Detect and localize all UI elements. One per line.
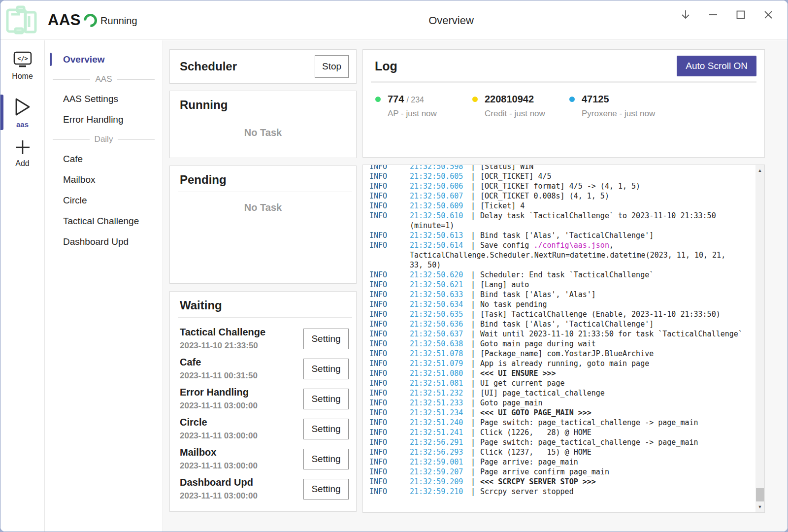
maximize-icon[interactable] xyxy=(735,9,746,20)
title-bar: AAS Running Overview xyxy=(0,0,788,40)
scheduler-card: Scheduler Stop xyxy=(169,49,357,84)
log-message: <<< SCRCPY SERVER STOP >>> xyxy=(480,477,596,487)
task-next-run: 2023-11-11 03:00:00 xyxy=(180,431,258,441)
log-level xyxy=(369,221,410,231)
log-line: INFO21:32:51.080|<<< UI ENSURE >>> xyxy=(369,368,764,378)
log-line: INFO21:32:50.598|[Status] WIN xyxy=(369,165,764,171)
log-separator: | xyxy=(465,280,480,290)
log-separator: | xyxy=(465,319,480,329)
stat-value-row: 774/ 234 xyxy=(388,94,472,105)
close-icon[interactable] xyxy=(763,9,774,20)
log-message: (minute=1) xyxy=(410,221,454,231)
menu-item-label: Cafe xyxy=(63,154,83,165)
task-setting-button-tactical-challenge[interactable]: Setting xyxy=(303,329,349,349)
log-line: INFO21:32:51.232|[UI] page_tactical_chal… xyxy=(369,388,764,398)
menu-item-overview[interactable]: Overview xyxy=(45,49,163,70)
menu-item-tactical-challenge[interactable]: Tactical Challenge xyxy=(45,211,163,232)
menu-item-cafe[interactable]: Cafe xyxy=(45,149,163,169)
log-message: Scheduler: End task `TacticalChallenge` xyxy=(480,270,654,280)
task-setting-button-dashboard-upd[interactable]: Setting xyxy=(303,479,349,499)
log-level: INFO xyxy=(369,437,410,447)
log-time: 21:32:56.293 xyxy=(410,447,465,457)
menu-list: OverviewAASAAS SettingsError HandlingDai… xyxy=(45,49,163,252)
stat-value: 220810942 xyxy=(485,94,534,104)
menu-item-mailbox[interactable]: Mailbox xyxy=(45,169,163,190)
log-level: INFO xyxy=(369,457,410,467)
log-line: INFO21:32:56.291|Page switch: page_tacti… xyxy=(369,437,764,447)
log-msg-seg: Save config xyxy=(480,241,533,250)
log-line: INFO21:32:59.207|Page arrive confirm pag… xyxy=(369,467,764,477)
log-scrollbar[interactable]: ▲ ▼ xyxy=(755,165,764,512)
menu-item-circle[interactable]: Circle xyxy=(45,190,163,211)
log-line: INFO21:32:51.079|App is already running,… xyxy=(369,359,764,368)
log-line: INFO21:32:50.620|Scheduler: End task `Ta… xyxy=(369,270,764,280)
log-level: INFO xyxy=(369,165,410,171)
task-setting-button-circle[interactable]: Setting xyxy=(303,419,349,439)
log-level: INFO xyxy=(369,329,410,339)
plus-icon xyxy=(15,139,31,155)
log-level: INFO xyxy=(369,299,410,309)
task-info: Tactical Challenge2023-11-10 21:33:50 xyxy=(180,327,265,351)
nav-aas[interactable]: aas xyxy=(0,98,44,129)
log-console: INFO21:32:50.598|[Status] WININFO21:32:5… xyxy=(362,165,765,513)
auto-scroll-button[interactable]: Auto Scroll ON xyxy=(677,56,756,76)
log-level xyxy=(369,250,410,260)
log-line: INFO21:32:50.614|Save config ./config\aa… xyxy=(369,240,764,250)
nav-home[interactable]: </> Home xyxy=(0,51,44,81)
log-line: INFO21:32:50.621|[Lang] auto xyxy=(369,280,764,290)
scrollbar-thumb[interactable] xyxy=(756,488,764,501)
log-level: INFO xyxy=(369,290,410,299)
log-message: [UI] page_tactical_challenge xyxy=(480,388,605,398)
task-next-run: 2023-11-11 03:00:00 xyxy=(180,401,258,411)
minimize-icon[interactable] xyxy=(708,9,719,20)
log-line: INFO21:32:51.081|UI get current page xyxy=(369,378,764,388)
menu-item-error-handling[interactable]: Error Handling xyxy=(45,109,163,130)
log-level: INFO xyxy=(369,309,410,319)
log-message: App is already running, goto main page xyxy=(480,359,649,368)
stat-label: Pyroxene - just now xyxy=(582,109,666,119)
waiting-card: Waiting Tactical Challenge2023-11-10 21:… xyxy=(169,291,357,512)
task-setting-button-mailbox[interactable]: Setting xyxy=(303,449,349,469)
log-message: Bind task ['Alas', 'Alas'] xyxy=(480,290,596,299)
log-line: INFO21:32:50.637|Wait until 2023-11-10 2… xyxy=(369,329,764,339)
nav-home-label: Home xyxy=(12,72,33,81)
stop-button[interactable]: Stop xyxy=(315,55,349,78)
log-time: 21:32:50.633 xyxy=(410,290,465,299)
log-time: 21:32:50.606 xyxy=(410,181,465,191)
running-spinner-icon xyxy=(81,11,99,30)
log-message: [Status] WIN xyxy=(480,165,533,171)
pending-title: Pending xyxy=(170,166,356,192)
log-time: 21:32:51.233 xyxy=(410,398,465,408)
task-setting-button-cafe[interactable]: Setting xyxy=(303,359,349,379)
task-name: Circle xyxy=(180,417,258,428)
menu-item-label: Mailbox xyxy=(63,174,95,185)
log-message: No task pending xyxy=(480,299,547,309)
log-lines: INFO21:32:50.598|[Status] WININFO21:32:5… xyxy=(363,165,764,497)
log-message: 33, 50) xyxy=(410,260,441,270)
log-separator: | xyxy=(465,181,480,191)
log-separator: | xyxy=(465,418,480,428)
log-separator: | xyxy=(465,359,480,368)
window-controls xyxy=(680,9,774,20)
log-level: INFO xyxy=(369,181,410,191)
log-level: INFO xyxy=(369,368,410,378)
menu-item-dashboard-upd[interactable]: Dashboard Upd xyxy=(45,232,163,252)
nav-add[interactable]: Add xyxy=(0,139,44,168)
task-setting-button-error-handling[interactable]: Setting xyxy=(303,389,349,409)
play-icon xyxy=(14,98,32,116)
download-icon[interactable] xyxy=(680,9,691,20)
log-level: INFO xyxy=(369,349,410,359)
menu-item-aas-settings[interactable]: AAS Settings xyxy=(45,89,163,109)
log-message: [Lang] auto xyxy=(480,280,529,290)
log-time: 21:32:50.635 xyxy=(410,309,465,319)
running-card: Running No Task xyxy=(169,91,357,158)
stat-value: 774 xyxy=(388,94,404,104)
scroll-down-icon[interactable]: ▼ xyxy=(755,502,764,511)
log-separator: | xyxy=(465,290,480,299)
log-level: INFO xyxy=(369,467,410,477)
log-time: 21:32:51.080 xyxy=(410,368,465,378)
active-indicator xyxy=(0,95,3,130)
scroll-up-icon[interactable]: ▲ xyxy=(755,166,764,175)
log-line: 33, 50) xyxy=(369,260,764,270)
log-time: 21:32:50.607 xyxy=(410,191,465,201)
